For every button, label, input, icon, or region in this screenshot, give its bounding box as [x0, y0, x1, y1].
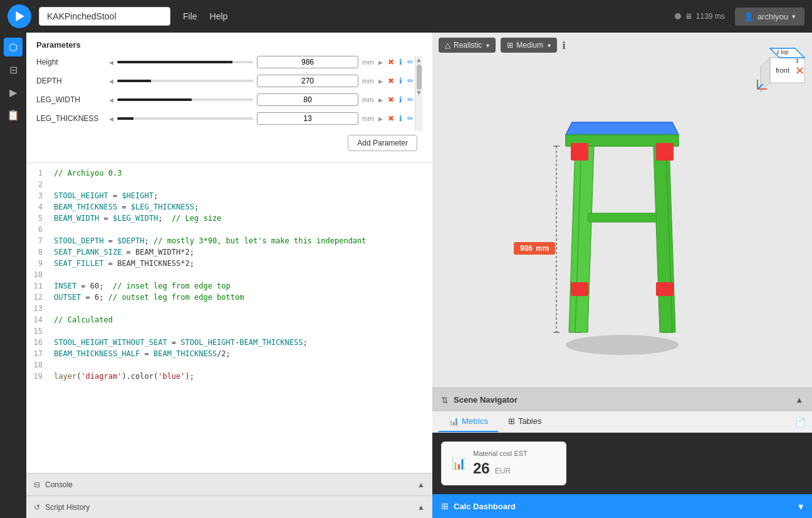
nav-cube: front z top 3 ✕ — [754, 39, 804, 89]
param-arrow-right-depth[interactable]: ▸ — [378, 76, 383, 86]
svg-rect-22 — [656, 282, 674, 296]
code-line-18: 18 — [26, 360, 432, 371]
history-bar[interactable]: ↺ Script History ▲ — [26, 495, 432, 518]
param-slider-depth[interactable] — [117, 80, 253, 82]
sidebar-item-shape[interactable]: ⬡ — [4, 38, 23, 56]
tab-tables-label: Tables — [518, 416, 542, 426]
svg-marker-24 — [588, 213, 656, 222]
topbar: File Help 🖥 1139 ms 👤 archiyou — [0, 0, 812, 33]
tab-metrics[interactable]: 📊 Metrics — [439, 411, 498, 432]
param-arrow-left-height[interactable]: ◂ — [109, 57, 113, 67]
param-edit-legthickness[interactable]: ✏ — [406, 113, 415, 124]
param-edit-depth[interactable]: ✏ — [406, 75, 415, 87]
code-line-15: 15 — [26, 326, 432, 337]
svg-rect-19 — [571, 143, 588, 161]
param-arrow-left-depth[interactable]: ◂ — [109, 76, 113, 86]
param-name-height: Height — [36, 58, 105, 66]
param-value-legthickness[interactable] — [257, 112, 358, 125]
param-delete-legwidth[interactable]: ✖ — [387, 94, 395, 105]
svg-marker-0 — [16, 11, 24, 21]
param-slider-legthickness[interactable] — [117, 117, 253, 120]
scroll-up-arrow[interactable]: ▲ — [416, 57, 422, 63]
user-button[interactable]: 👤 archiyou — [735, 8, 804, 26]
sidebar-item-book[interactable]: 📋 — [4, 105, 23, 124]
param-info-depth[interactable]: ℹ — [398, 75, 403, 87]
code-line-9: 9 SEAT_FILLET = BEAM_THICKNESS*2; — [26, 258, 432, 270]
stool-render: 986 mm — [432, 64, 812, 388]
code-line-3: 3 STOOL_HEIGHT = $HEIGHT; — [26, 191, 432, 202]
viewport[interactable]: △ Realistic ⊞ Medium ℹ — [432, 33, 812, 388]
project-name-input[interactable] — [39, 7, 170, 26]
parameters-title: Parameters — [36, 40, 422, 50]
tab-tables[interactable]: ⊞ Tables — [498, 411, 552, 432]
param-edit-height[interactable]: ✏ — [406, 56, 415, 68]
param-name-legwidth: LEG_WIDTH — [36, 95, 105, 104]
param-arrow-right-height[interactable]: ▸ — [378, 57, 383, 67]
code-scroll[interactable]: 1 // Archiyou 0.3 2 3 STOOL_HEIGHT = $HE… — [26, 163, 432, 473]
param-arrow-left-legwidth[interactable]: ◂ — [109, 95, 113, 105]
navcube-close-btn[interactable]: ✕ — [795, 64, 804, 78]
play-button[interactable] — [8, 4, 31, 28]
console-icon: ⊟ — [34, 480, 40, 489]
history-icon: ↺ — [34, 503, 40, 512]
sidebar-item-play[interactable]: ▶ — [4, 83, 23, 102]
code-line-8: 8 SEAT_PLANK_SIZE = BEAM_WIDTH*2; — [26, 247, 432, 258]
param-arrow-left-legthickness[interactable]: ◂ — [109, 114, 113, 124]
code-line-17: 17 BEAM_THICKNESS_HALF = BEAM_THICKNESS/… — [26, 349, 432, 360]
param-slider-legwidth[interactable] — [117, 98, 253, 101]
param-slider-container-legthickness — [117, 117, 253, 120]
metric-value: 26 — [473, 460, 490, 477]
param-info-height[interactable]: ℹ — [398, 56, 403, 68]
right-panel: △ Realistic ⊞ Medium ℹ — [432, 33, 812, 518]
scroll-thumb[interactable] — [417, 65, 422, 90]
scene-nav-icon: ⇅ — [441, 395, 449, 405]
console-collapse-btn[interactable]: ▲ — [417, 480, 425, 489]
console-bar[interactable]: ⊟ Console ▲ — [26, 473, 432, 495]
param-delete-legthickness[interactable]: ✖ — [387, 113, 395, 124]
add-parameter-button[interactable]: Add Parameter — [348, 135, 417, 151]
param-edit-legwidth[interactable]: ✏ — [406, 94, 415, 105]
scene-navigator-bar[interactable]: ⇅ Scene Navigator ▲ — [432, 388, 812, 411]
param-arrow-right-legthickness[interactable]: ▸ — [378, 114, 383, 124]
user-name: archiyou — [757, 12, 788, 21]
scroll-down-arrow[interactable]: ▼ — [416, 90, 422, 96]
tables-icon: ⊞ — [508, 416, 515, 426]
history-collapse-btn[interactable]: ▲ — [417, 503, 425, 512]
status-time: 1139 ms — [696, 12, 725, 21]
param-row-depth: DEPTH ◂ mm ▸ ✖ ℹ ✏ — [36, 75, 415, 87]
calc-dashboard-bar[interactable]: ⊞ Calc Dashboard ▾ — [432, 494, 812, 518]
code-line-1: 1 // Archiyou 0.3 — [26, 168, 432, 179]
param-slider-container-legwidth — [117, 98, 253, 101]
tabs-row: 📊 Metrics ⊞ Tables 📄 — [432, 411, 812, 433]
info-button[interactable]: ℹ — [562, 40, 566, 51]
calc-expand-btn[interactable]: ▾ — [798, 500, 803, 512]
render-mode-button[interactable]: △ Realistic — [439, 38, 496, 53]
sidebar-item-layers[interactable]: ⊟ — [4, 60, 23, 79]
parameters-area: Parameters Height ◂ mm ▸ ✖ — [26, 33, 432, 163]
param-value-depth[interactable] — [257, 75, 358, 87]
param-value-legwidth[interactable] — [257, 93, 358, 106]
tab-actions: 📄 — [795, 417, 806, 427]
code-line-16: 16 STOOL_HEIGHT_WITHOUT_SEAT = STOOL_HEI… — [26, 337, 432, 349]
param-info-legwidth[interactable]: ℹ — [398, 94, 403, 105]
top-menu: File Help — [183, 11, 227, 21]
scene-nav-collapse-btn[interactable]: ▲ — [795, 395, 803, 404]
calc-title: Calc Dashboard — [454, 502, 516, 511]
param-delete-height[interactable]: ✖ — [387, 56, 395, 68]
metrics-content: 📊 Material cost EST 26 EUR — [432, 433, 812, 494]
param-actions-depth: ✖ ℹ ✏ — [387, 75, 415, 87]
param-slider-height[interactable] — [117, 61, 253, 63]
quality-icon: ⊞ — [507, 41, 513, 50]
help-menu[interactable]: Help — [210, 11, 228, 21]
left-sidebar: ⬡ ⊟ ▶ 📋 — [0, 33, 26, 518]
bar-chart-icon: 📊 — [452, 457, 466, 470]
param-arrow-right-legwidth[interactable]: ▸ — [378, 95, 383, 105]
tab-export-btn[interactable]: 📄 — [795, 417, 806, 427]
param-value-height[interactable] — [257, 56, 358, 68]
param-info-legthickness[interactable]: ℹ — [398, 113, 403, 124]
quality-button[interactable]: ⊞ Medium — [501, 38, 557, 53]
param-delete-depth[interactable]: ✖ — [387, 75, 395, 87]
file-menu[interactable]: File — [183, 11, 197, 21]
param-row-legthickness: LEG_THICKNESS ◂ mm ▸ ✖ ℹ ✏ — [36, 112, 415, 125]
metric-label: Material cost EST — [473, 450, 528, 457]
